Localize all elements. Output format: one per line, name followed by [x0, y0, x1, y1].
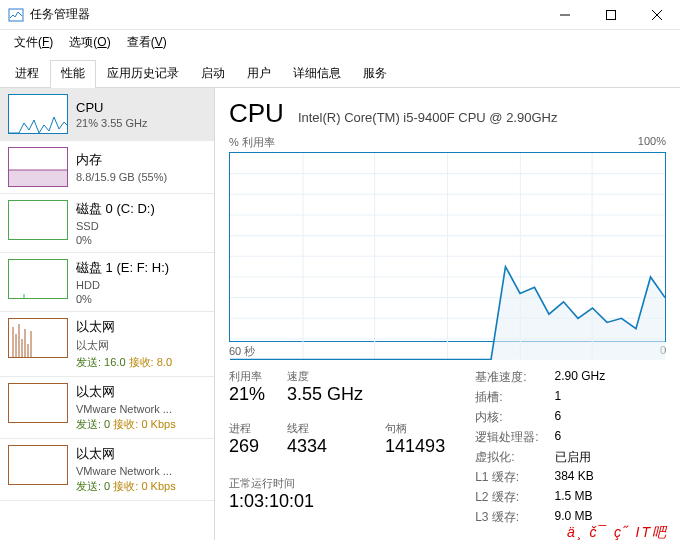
l2-cache-label: L2 缓存: [475, 489, 538, 506]
svg-rect-5 [9, 170, 68, 187]
logical-proc-value: 6 [555, 429, 606, 446]
cpu-utilization-chart[interactable] [229, 152, 666, 342]
sidebar-disk1-pct: 0% [76, 293, 169, 305]
processes-label: 进程 [229, 421, 265, 436]
sidebar-item-ethernet-2[interactable]: 以太网 VMware Network ... 发送: 0 接收: 0 Kbps [0, 439, 214, 501]
sidebar-eth1-title: 以太网 [76, 383, 176, 401]
sidebar-eth2-sub: VMware Network ... [76, 465, 176, 477]
l1-cache-label: L1 缓存: [475, 469, 538, 486]
tab-services[interactable]: 服务 [352, 60, 398, 88]
base-speed-label: 基准速度: [475, 369, 538, 386]
threads-value: 4334 [287, 436, 363, 457]
sidebar-eth1-rates: 发送: 0 接收: 0 Kbps [76, 417, 176, 432]
sidebar-eth0-sub: 以太网 [76, 338, 172, 353]
sidebar-item-disk0[interactable]: 磁盘 0 (C: D:) SSD 0% [0, 194, 214, 253]
sidebar-eth1-sub: VMware Network ... [76, 403, 176, 415]
sidebar-item-disk1[interactable]: 磁盘 1 (E: F: H:) HDD 0% [0, 253, 214, 312]
sidebar-disk0-sub: SSD [76, 220, 155, 232]
uptime-value: 1:03:10:01 [229, 491, 445, 512]
sidebar-item-memory[interactable]: 内存 8.8/15.9 GB (55%) [0, 141, 214, 194]
performance-sidebar[interactable]: CPU 21% 3.55 GHz 内存 8.8/15.9 GB (55%) 磁盘… [0, 88, 215, 540]
tab-bar: 进程 性能 应用历史记录 启动 用户 详细信息 服务 [0, 55, 680, 88]
cores-label: 内核: [475, 409, 538, 426]
tab-users[interactable]: 用户 [236, 60, 282, 88]
util-label: 利用率 [229, 369, 265, 384]
ethernet-thumb-icon [8, 383, 68, 423]
sidebar-cpu-sub: 21% 3.55 GHz [76, 117, 148, 129]
menu-bar: 文件(F) 选项(O) 查看(V) [0, 30, 680, 55]
page-title: CPU [229, 98, 284, 129]
sidebar-disk0-pct: 0% [76, 234, 155, 246]
chart-label-top-left: % 利用率 [229, 135, 275, 150]
tab-app-history[interactable]: 应用历史记录 [96, 60, 190, 88]
disk-thumb-icon [8, 200, 68, 240]
app-icon [8, 7, 24, 23]
logical-proc-label: 逻辑处理器: [475, 429, 538, 446]
sidebar-eth2-title: 以太网 [76, 445, 176, 463]
sidebar-item-ethernet-0[interactable]: 以太网 以太网 发送: 16.0 接收: 8.0 [0, 312, 214, 377]
base-speed-value: 2.90 GHz [555, 369, 606, 386]
virtualization-value: 已启用 [555, 449, 606, 466]
chart-label-top-right: 100% [638, 135, 666, 150]
sidebar-disk0-title: 磁盘 0 (C: D:) [76, 200, 155, 218]
menu-options[interactable]: 选项(O) [63, 32, 116, 53]
tab-startup[interactable]: 启动 [190, 60, 236, 88]
sidebar-item-ethernet-1[interactable]: 以太网 VMware Network ... 发送: 0 接收: 0 Kbps [0, 377, 214, 439]
sidebar-cpu-title: CPU [76, 100, 148, 115]
util-value: 21% [229, 384, 265, 405]
sidebar-disk1-sub: HDD [76, 279, 169, 291]
speed-label: 速度 [287, 369, 363, 384]
sockets-label: 插槽: [475, 389, 538, 406]
sidebar-memory-sub: 8.8/15.9 GB (55%) [76, 171, 167, 183]
l1-cache-value: 384 KB [555, 469, 606, 486]
content-area: CPU 21% 3.55 GHz 内存 8.8/15.9 GB (55%) 磁盘… [0, 88, 680, 540]
sidebar-eth0-rates: 发送: 16.0 接收: 8.0 [76, 355, 172, 370]
ethernet-thumb-icon [8, 445, 68, 485]
disk-thumb-icon [8, 259, 68, 299]
cpu-model: Intel(R) Core(TM) i5-9400F CPU @ 2.90GHz [298, 110, 558, 125]
svg-rect-2 [607, 10, 616, 19]
uptime-label: 正常运行时间 [229, 476, 445, 491]
menu-view[interactable]: 查看(V) [121, 32, 173, 53]
minimize-button[interactable] [542, 0, 588, 30]
virtualization-label: 虚拟化: [475, 449, 538, 466]
memory-thumb-icon [8, 147, 68, 187]
tab-processes[interactable]: 进程 [4, 60, 50, 88]
speed-value: 3.55 GHz [287, 384, 363, 405]
sidebar-memory-title: 内存 [76, 151, 167, 169]
sidebar-eth2-rates: 发送: 0 接收: 0 Kbps [76, 479, 176, 494]
title-bar: 任务管理器 [0, 0, 680, 30]
handles-value: 141493 [385, 436, 445, 457]
sidebar-item-cpu[interactable]: CPU 21% 3.55 GHz [0, 88, 214, 141]
window-title: 任务管理器 [30, 6, 542, 23]
cpu-thumb-icon [8, 94, 68, 134]
watermark: ä¸ č¯ ç˝ IT吧 [567, 524, 668, 540]
l3-cache-value: 9.0 MB [555, 509, 606, 526]
tab-performance[interactable]: 性能 [50, 60, 96, 88]
sidebar-disk1-title: 磁盘 1 (E: F: H:) [76, 259, 169, 277]
l2-cache-value: 1.5 MB [555, 489, 606, 506]
handles-label: 句柄 [385, 421, 445, 436]
cpu-stats: 利用率21% 速度3.55 GHz 进程269 线程4334 句柄141493 … [229, 369, 666, 526]
close-button[interactable] [634, 0, 680, 30]
cores-value: 6 [555, 409, 606, 426]
ethernet-thumb-icon [8, 318, 68, 358]
menu-file[interactable]: 文件(F) [8, 32, 59, 53]
threads-label: 线程 [287, 421, 363, 436]
l3-cache-label: L3 缓存: [475, 509, 538, 526]
window-controls [542, 0, 680, 30]
main-panel: CPU Intel(R) Core(TM) i5-9400F CPU @ 2.9… [215, 88, 680, 540]
processes-value: 269 [229, 436, 265, 457]
sidebar-eth0-title: 以太网 [76, 318, 172, 336]
maximize-button[interactable] [588, 0, 634, 30]
tab-details[interactable]: 详细信息 [282, 60, 352, 88]
sockets-value: 1 [555, 389, 606, 406]
